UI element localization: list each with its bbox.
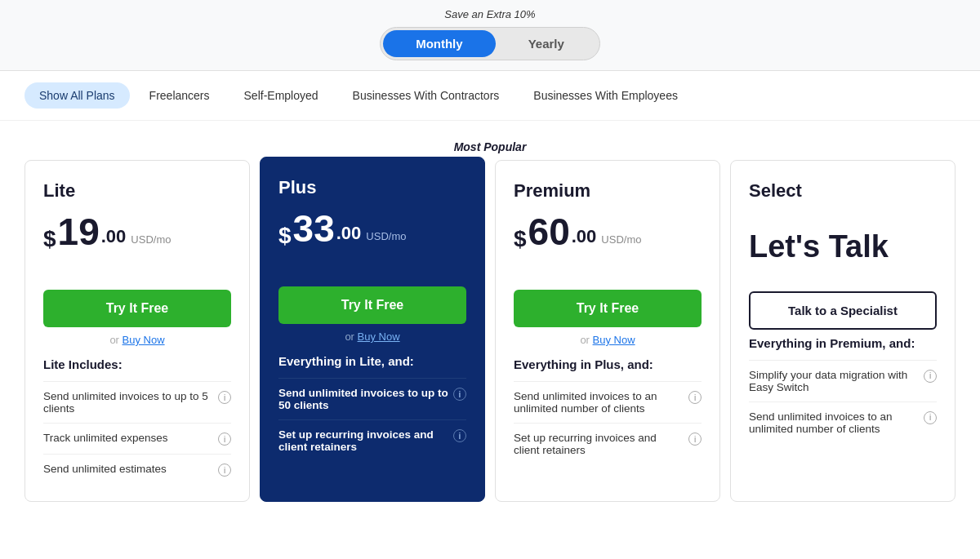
plan-card-premium: Premium$60.00USD/moTry It Freeor Buy Now… <box>495 160 720 502</box>
feature-text: Set up recurring invoices and client ret… <box>514 432 684 456</box>
price-decimal-premium: .00 <box>572 222 597 251</box>
price-decimal-plus: .00 <box>336 219 362 247</box>
plan-price-lite: $19.00USD/mo <box>43 213 231 251</box>
save-extra-text: Save an Extra 10% <box>0 8 980 20</box>
plans-container: Lite$19.00USD/moTry It Freeor Buy NowLit… <box>0 160 980 526</box>
price-dollar-plus: $ <box>278 224 292 247</box>
try-free-button-lite[interactable]: Try It Free <box>43 290 231 327</box>
monthly-toggle-btn[interactable]: Monthly <box>383 30 496 57</box>
includes-title-premium: Everything in Plus, and: <box>514 357 702 371</box>
buy-now-link-lite[interactable]: Buy Now <box>122 334 165 346</box>
price-decimal-lite: .00 <box>101 222 127 251</box>
feature-text: Send unlimited estimates <box>43 463 167 475</box>
most-popular-label: Most Popular <box>0 121 980 160</box>
feature-list-plus: Send unlimited invoices to up to 50 clie… <box>278 378 466 461</box>
or-buy-lite: or Buy Now <box>43 334 231 346</box>
feature-text: Send unlimited invoices to up to 50 clie… <box>278 387 448 411</box>
feature-text: Send unlimited invoices to an unlimited … <box>514 390 684 415</box>
feature-text: Simplify your data migration with Easy S… <box>749 369 919 393</box>
feature-text: Send unlimited invoices to an unlimited … <box>749 410 919 435</box>
try-free-button-premium[interactable]: Try It Free <box>514 290 702 327</box>
price-unit-lite: USD/mo <box>131 233 171 246</box>
filter-btn-contractors[interactable]: Businesses With Contractors <box>338 82 514 109</box>
filter-btn-self-employed[interactable]: Self-Employed <box>229 82 333 109</box>
billing-toggle: Monthly Yearly <box>380 27 600 60</box>
info-icon[interactable]: i <box>453 429 466 442</box>
plan-card-lite: Lite$19.00USD/moTry It Freeor Buy NowLit… <box>24 160 250 502</box>
plan-name-lite: Lite <box>43 180 231 202</box>
feature-item: Set up recurring invoices and client ret… <box>514 423 702 464</box>
feature-list-lite: Send unlimited invoices to up to 5 clien… <box>43 381 231 485</box>
info-icon[interactable]: i <box>924 370 937 383</box>
yearly-toggle-btn[interactable]: Yearly <box>496 30 597 57</box>
filter-bar: Show All PlansFreelancersSelf-EmployedBu… <box>0 71 980 121</box>
feature-item: Send unlimited estimatesi <box>43 454 231 485</box>
feature-item: Simplify your data migration with Easy S… <box>749 360 937 402</box>
feature-text: Send unlimited invoices to up to 5 clien… <box>43 390 213 415</box>
feature-list-select: Simplify your data migration with Easy S… <box>749 360 937 443</box>
lets-talk-text: Let's Talk <box>749 229 937 265</box>
feature-item: Send unlimited invoices to up to 5 clien… <box>43 381 231 423</box>
info-icon[interactable]: i <box>218 464 231 477</box>
feature-text: Track unlimited expenses <box>43 432 168 444</box>
plan-card-plus: Plus$33.00USD/moTry It Freeor Buy NowEve… <box>260 157 485 502</box>
price-whole-premium: 60 <box>528 213 570 251</box>
includes-title-plus: Everything in Lite, and: <box>278 354 466 368</box>
plan-name-plus: Plus <box>278 177 466 198</box>
price-dollar-lite: $ <box>43 228 56 251</box>
plan-name-select: Select <box>749 180 937 202</box>
price-unit-premium: USD/mo <box>601 233 641 246</box>
feature-item: Send unlimited invoices to an unlimited … <box>514 381 702 423</box>
info-icon[interactable]: i <box>453 388 466 401</box>
plan-price-premium: $60.00USD/mo <box>514 213 702 251</box>
feature-item: Track unlimited expensesi <box>43 423 231 454</box>
filter-btn-all[interactable]: Show All Plans <box>24 82 130 109</box>
buy-now-link-premium[interactable]: Buy Now <box>593 334 635 346</box>
talk-specialist-button[interactable]: Talk to a Specialist <box>749 291 937 330</box>
info-icon[interactable]: i <box>688 433 702 446</box>
info-icon[interactable]: i <box>218 433 231 446</box>
plan-name-premium: Premium <box>514 180 702 202</box>
filter-btn-employees[interactable]: Businesses With Employees <box>519 82 693 109</box>
plan-card-select: SelectLet's TalkTalk to a SpecialistEver… <box>730 160 956 502</box>
or-buy-premium: or Buy Now <box>514 334 702 346</box>
buy-now-link-plus[interactable]: Buy Now <box>358 331 400 343</box>
includes-title-select: Everything in Premium, and: <box>749 336 937 350</box>
feature-item: Send unlimited invoices to an unlimited … <box>749 402 937 443</box>
try-free-button-plus[interactable]: Try It Free <box>278 286 466 324</box>
feature-item: Send unlimited invoices to up to 50 clie… <box>278 378 466 419</box>
or-buy-plus: or Buy Now <box>278 331 466 343</box>
price-whole-lite: 19 <box>58 213 100 251</box>
filter-btn-freelancers[interactable]: Freelancers <box>135 82 225 109</box>
price-dollar-premium: $ <box>514 228 527 251</box>
info-icon[interactable]: i <box>218 391 231 404</box>
feature-text: Set up recurring invoices and client ret… <box>278 428 448 453</box>
feature-item: Set up recurring invoices and client ret… <box>278 419 466 461</box>
price-unit-plus: USD/mo <box>366 230 406 242</box>
plan-price-plus: $33.00USD/mo <box>278 210 466 247</box>
info-icon[interactable]: i <box>924 411 937 424</box>
price-whole-plus: 33 <box>293 210 335 247</box>
top-bar: Save an Extra 10% Monthly Yearly <box>0 0 980 71</box>
info-icon[interactable]: i <box>688 391 702 404</box>
feature-list-premium: Send unlimited invoices to an unlimited … <box>514 381 702 464</box>
includes-title-lite: Lite Includes: <box>43 357 231 371</box>
